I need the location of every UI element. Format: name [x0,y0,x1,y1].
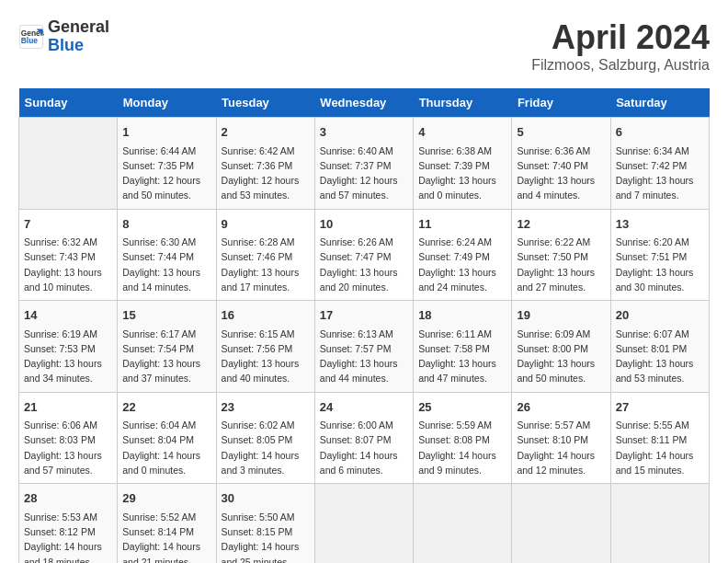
day-number: 24 [320,398,408,417]
calendar-cell: 15Sunrise: 6:17 AMSunset: 7:54 PMDayligh… [118,301,216,393]
calendar-cell [610,484,709,563]
calendar-cell: 28Sunrise: 5:53 AMSunset: 8:12 PMDayligh… [19,484,118,563]
calendar-cell [414,484,512,563]
day-info: Sunrise: 5:55 AMSunset: 8:11 PMDaylight:… [616,418,704,477]
calendar-cell: 11Sunrise: 6:24 AMSunset: 7:49 PMDayligh… [414,209,512,301]
day-number: 17 [320,306,408,325]
calendar-cell: 18Sunrise: 6:11 AMSunset: 7:58 PMDayligh… [414,301,512,393]
calendar-cell: 26Sunrise: 5:57 AMSunset: 8:10 PMDayligh… [512,392,610,484]
day-header-saturday: Saturday [610,88,709,118]
calendar-cell: 5Sunrise: 6:36 AMSunset: 7:40 PMDaylight… [512,118,610,210]
day-info: Sunrise: 5:52 AMSunset: 8:14 PMDaylight:… [122,510,210,563]
day-number: 21 [24,398,112,417]
calendar-cell: 27Sunrise: 5:55 AMSunset: 8:11 PMDayligh… [610,392,709,484]
calendar-cell: 12Sunrise: 6:22 AMSunset: 7:50 PMDayligh… [512,209,610,301]
calendar-cell: 19Sunrise: 6:09 AMSunset: 8:00 PMDayligh… [512,301,610,393]
day-header-sunday: Sunday [19,88,118,118]
week-row-5: 28Sunrise: 5:53 AMSunset: 8:12 PMDayligh… [19,484,710,563]
day-info: Sunrise: 6:09 AMSunset: 8:00 PMDaylight:… [517,327,605,386]
day-number: 7 [24,215,112,234]
day-info: Sunrise: 6:20 AMSunset: 7:51 PMDaylight:… [616,235,704,294]
calendar-cell: 23Sunrise: 6:02 AMSunset: 8:05 PMDayligh… [216,392,314,484]
day-info: Sunrise: 6:02 AMSunset: 8:05 PMDaylight:… [222,418,310,477]
calendar-cell [512,484,610,563]
title-block: April 2024 Filzmoos, Salzburg, Austria [531,18,710,74]
calendar-cell: 22Sunrise: 6:04 AMSunset: 8:04 PMDayligh… [118,392,216,484]
week-row-1: 1Sunrise: 6:44 AMSunset: 7:35 PMDaylight… [19,118,710,210]
calendar-cell: 30Sunrise: 5:50 AMSunset: 8:15 PMDayligh… [216,484,314,563]
day-number: 20 [616,306,704,325]
calendar-cell: 16Sunrise: 6:15 AMSunset: 7:56 PMDayligh… [216,301,314,393]
day-number: 13 [616,215,704,234]
day-info: Sunrise: 5:50 AMSunset: 8:15 PMDaylight:… [222,510,310,563]
day-info: Sunrise: 6:04 AMSunset: 8:04 PMDaylight:… [122,418,210,477]
calendar-title: April 2024 [531,18,710,57]
day-number: 15 [122,306,210,325]
day-info: Sunrise: 6:17 AMSunset: 7:54 PMDaylight:… [122,327,210,386]
calendar-cell: 3Sunrise: 6:40 AMSunset: 7:37 PMDaylight… [314,118,413,210]
calendar-cell: 21Sunrise: 6:06 AMSunset: 8:03 PMDayligh… [19,392,118,484]
calendar-cell: 29Sunrise: 5:52 AMSunset: 8:14 PMDayligh… [118,484,216,563]
calendar-cell: 10Sunrise: 6:26 AMSunset: 7:47 PMDayligh… [314,209,413,301]
svg-text:Blue: Blue [21,36,38,45]
day-info: Sunrise: 5:53 AMSunset: 8:12 PMDaylight:… [24,510,112,563]
day-info: Sunrise: 6:19 AMSunset: 7:53 PMDaylight:… [24,327,112,386]
day-header-thursday: Thursday [414,88,512,118]
day-number: 25 [418,398,506,417]
calendar-cell: 6Sunrise: 6:34 AMSunset: 7:42 PMDaylight… [610,118,709,210]
day-header-wednesday: Wednesday [314,88,413,118]
calendar-cell: 1Sunrise: 6:44 AMSunset: 7:35 PMDaylight… [118,118,216,210]
days-header-row: SundayMondayTuesdayWednesdayThursdayFrid… [19,88,710,118]
day-info: Sunrise: 5:57 AMSunset: 8:10 PMDaylight:… [517,418,605,477]
day-info: Sunrise: 6:24 AMSunset: 7:49 PMDaylight:… [418,235,506,294]
day-number: 26 [517,398,605,417]
day-info: Sunrise: 6:00 AMSunset: 8:07 PMDaylight:… [320,418,408,477]
day-info: Sunrise: 6:42 AMSunset: 7:36 PMDaylight:… [222,144,310,203]
day-info: Sunrise: 6:28 AMSunset: 7:46 PMDaylight:… [222,235,310,294]
day-number: 2 [222,123,310,142]
calendar-cell [314,484,413,563]
day-number: 29 [122,489,210,508]
week-row-2: 7Sunrise: 6:32 AMSunset: 7:43 PMDaylight… [19,209,710,301]
week-row-3: 14Sunrise: 6:19 AMSunset: 7:53 PMDayligh… [19,301,710,393]
day-number: 10 [320,215,408,234]
calendar-cell: 24Sunrise: 6:00 AMSunset: 8:07 PMDayligh… [314,392,413,484]
day-info: Sunrise: 6:44 AMSunset: 7:35 PMDaylight:… [122,144,210,203]
day-info: Sunrise: 6:07 AMSunset: 8:01 PMDaylight:… [616,327,704,386]
day-header-tuesday: Tuesday [216,88,314,118]
day-info: Sunrise: 6:13 AMSunset: 7:57 PMDaylight:… [320,327,408,386]
day-number: 18 [418,306,506,325]
calendar-subtitle: Filzmoos, Salzburg, Austria [531,57,710,74]
day-number: 4 [418,123,506,142]
day-info: Sunrise: 6:34 AMSunset: 7:42 PMDaylight:… [616,144,704,203]
day-info: Sunrise: 6:32 AMSunset: 7:43 PMDaylight:… [24,235,112,294]
day-number: 5 [517,123,605,142]
day-info: Sunrise: 6:40 AMSunset: 7:37 PMDaylight:… [320,144,408,203]
day-number: 14 [24,306,112,325]
day-number: 22 [122,398,210,417]
calendar-cell: 14Sunrise: 6:19 AMSunset: 7:53 PMDayligh… [19,301,118,393]
day-number: 30 [222,489,310,508]
logo-icon: General Blue [18,24,44,50]
day-number: 9 [222,215,310,234]
calendar-cell: 25Sunrise: 5:59 AMSunset: 8:08 PMDayligh… [414,392,512,484]
calendar-cell: 7Sunrise: 6:32 AMSunset: 7:43 PMDaylight… [19,209,118,301]
day-info: Sunrise: 5:59 AMSunset: 8:08 PMDaylight:… [418,418,506,477]
calendar-cell: 20Sunrise: 6:07 AMSunset: 8:01 PMDayligh… [610,301,709,393]
calendar-table: SundayMondayTuesdayWednesdayThursdayFrid… [18,88,710,563]
day-number: 8 [122,215,210,234]
day-number: 28 [24,489,112,508]
calendar-cell: 8Sunrise: 6:30 AMSunset: 7:44 PMDaylight… [118,209,216,301]
day-number: 19 [517,306,605,325]
day-number: 11 [418,215,506,234]
calendar-cell: 13Sunrise: 6:20 AMSunset: 7:51 PMDayligh… [610,209,709,301]
calendar-cell: 4Sunrise: 6:38 AMSunset: 7:39 PMDaylight… [414,118,512,210]
page-header: General Blue General Blue April 2024 Fil… [18,18,710,74]
day-info: Sunrise: 6:15 AMSunset: 7:56 PMDaylight:… [222,327,310,386]
day-info: Sunrise: 6:36 AMSunset: 7:40 PMDaylight:… [517,144,605,203]
day-header-friday: Friday [512,88,610,118]
day-header-monday: Monday [118,88,216,118]
day-info: Sunrise: 6:30 AMSunset: 7:44 PMDaylight:… [122,235,210,294]
logo: General Blue General Blue [18,18,109,55]
logo-general: General [48,18,109,37]
